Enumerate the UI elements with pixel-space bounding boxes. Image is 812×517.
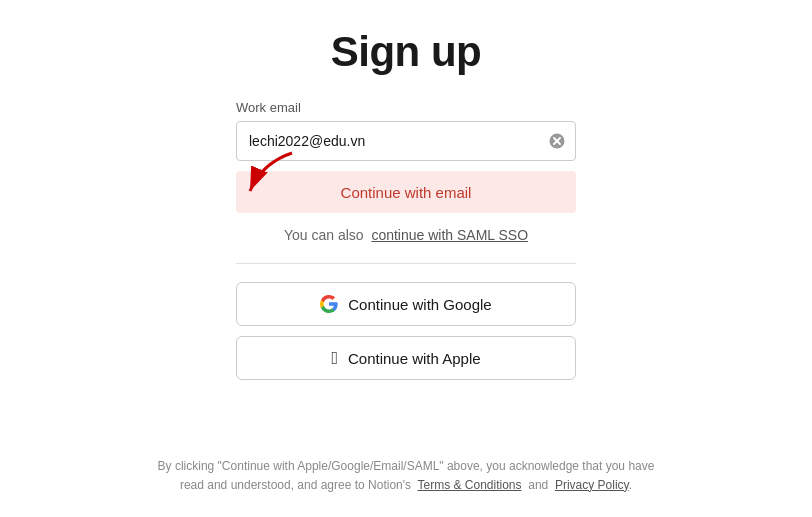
- saml-text: You can also continue with SAML SSO: [236, 227, 576, 243]
- privacy-link[interactable]: Privacy Policy: [555, 478, 629, 492]
- clear-icon[interactable]: [548, 132, 566, 150]
- email-input-wrapper: [236, 121, 576, 161]
- google-icon: [320, 295, 338, 313]
- email-label: Work email: [236, 100, 576, 115]
- apple-icon: : [331, 349, 338, 367]
- divider: [236, 263, 576, 264]
- continue-email-button[interactable]: Continue with email: [236, 171, 576, 213]
- apple-btn-label: Continue with Apple: [348, 350, 481, 367]
- continue-apple-button[interactable]:  Continue with Apple: [236, 336, 576, 380]
- footer-text: By clicking "Continue with Apple/Google/…: [156, 457, 656, 495]
- email-input[interactable]: [236, 121, 576, 161]
- terms-link[interactable]: Terms & Conditions: [418, 478, 522, 492]
- google-btn-label: Continue with Google: [348, 296, 491, 313]
- continue-google-button[interactable]: Continue with Google: [236, 282, 576, 326]
- saml-sso-link[interactable]: continue with SAML SSO: [371, 227, 528, 243]
- page-title: Sign up: [331, 28, 481, 76]
